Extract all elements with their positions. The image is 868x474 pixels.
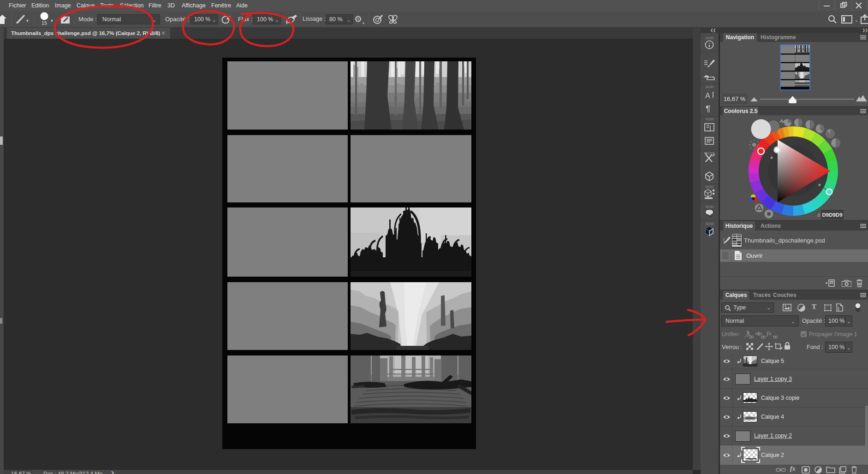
svg-text:#: # — [817, 212, 820, 219]
svg-text:D9D9D9: D9D9D9 — [822, 212, 842, 218]
svg-text:A: A — [705, 92, 710, 100]
svg-text:¶: ¶ — [706, 104, 710, 113]
svg-text:fx: fx — [767, 330, 772, 337]
